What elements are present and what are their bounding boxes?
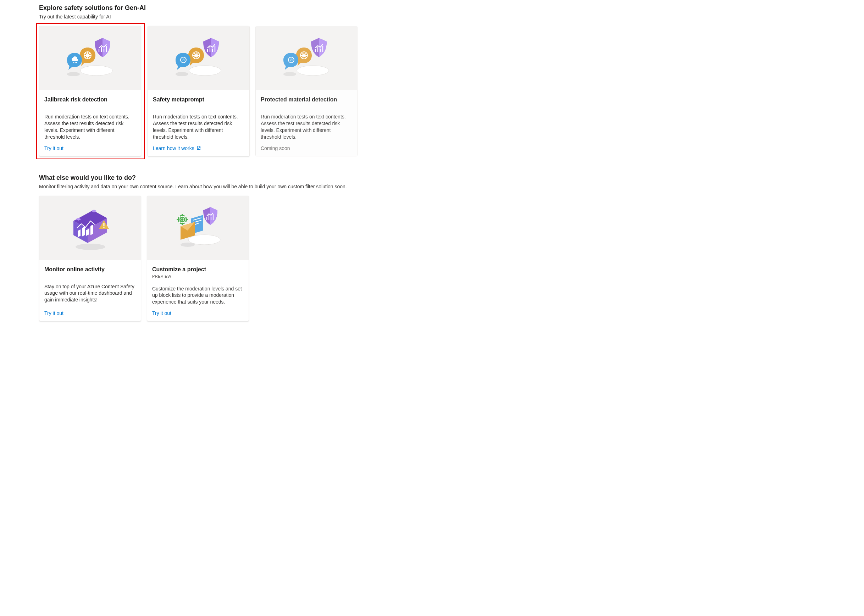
svg-point-4 xyxy=(74,62,75,63)
svg-rect-28 xyxy=(186,219,188,220)
svg-text:©: © xyxy=(289,58,292,62)
card-hero-protected: © xyxy=(256,26,357,90)
card-monitor-desc: Stay on top of your Azure Content Safety… xyxy=(44,283,136,303)
card-customize-desc: Customize the moderation levels and set … xyxy=(152,286,243,306)
section-explore-subtitle: Try out the latest capability for AI xyxy=(39,14,825,19)
card-protected-status: Coming soon xyxy=(261,145,352,151)
highlight-jailbreak: Jailbreak risk detection Run moderation … xyxy=(36,23,145,159)
svg-point-13 xyxy=(297,66,329,75)
card-jailbreak-cta[interactable]: Try it out xyxy=(44,145,136,151)
card-customize-badge: PREVIEW xyxy=(152,274,243,278)
card-metaprompt-cta-label: Learn how it works xyxy=(153,145,194,151)
card-customize-title: Customize a project xyxy=(152,266,243,273)
svg-point-5 xyxy=(76,62,77,63)
card-monitor-cta[interactable]: Try it out xyxy=(44,310,136,316)
section-explore-title: Explore safety solutions for Gen-AI xyxy=(39,4,825,12)
svg-point-22 xyxy=(189,235,220,245)
card-hero-monitor xyxy=(39,196,141,260)
svg-point-34 xyxy=(181,218,183,221)
svg-point-18 xyxy=(283,72,296,76)
card-metaprompt-title: Safety metaprompt xyxy=(153,96,244,103)
svg-rect-26 xyxy=(182,223,183,225)
svg-point-6 xyxy=(67,72,80,76)
card-metaprompt-desc: Run moderation tests on text contents. A… xyxy=(153,113,244,140)
card-metaprompt[interactable]: © Safety metaprompt Run moderation tests… xyxy=(148,26,250,156)
safety-bubbles-icon: © xyxy=(171,35,226,81)
card-protected-desc: Run moderation tests on text contents. A… xyxy=(261,113,352,140)
svg-point-0 xyxy=(80,66,112,75)
section-more-subtitle: Monitor filtering activity and data on y… xyxy=(39,184,825,189)
svg-rect-20 xyxy=(103,226,104,228)
card-protected-title: Protected material detection xyxy=(261,96,352,103)
svg-point-7 xyxy=(189,66,221,75)
svg-point-35 xyxy=(181,243,195,247)
svg-point-3 xyxy=(73,62,74,63)
card-monitor-title: Monitor online activity xyxy=(44,266,136,273)
explore-card-row: Jailbreak risk detection Run moderation … xyxy=(39,26,825,156)
svg-rect-25 xyxy=(182,214,183,216)
svg-point-21 xyxy=(75,244,105,250)
section-more-title: What else would you like to do? xyxy=(39,174,825,182)
dashboard-alert-icon xyxy=(63,205,118,251)
card-protected-material: © Protected material detection Run moder… xyxy=(255,26,358,156)
card-hero-metaprompt: © xyxy=(148,26,249,90)
card-jailbreak-title: Jailbreak risk detection xyxy=(44,96,136,103)
svg-rect-19 xyxy=(103,223,104,226)
card-hero-jailbreak xyxy=(39,26,141,90)
external-link-icon xyxy=(196,146,201,150)
card-monitor[interactable]: Monitor online activity Stay on top of y… xyxy=(39,196,141,322)
card-metaprompt-cta[interactable]: Learn how it works xyxy=(153,145,244,151)
svg-text:©: © xyxy=(182,58,184,62)
card-hero-customize xyxy=(147,196,249,260)
svg-point-12 xyxy=(176,72,189,76)
card-jailbreak-desc: Run moderation tests on text contents. A… xyxy=(44,113,136,140)
svg-rect-27 xyxy=(177,219,179,220)
customize-shield-icon xyxy=(171,205,226,251)
card-customize-cta[interactable]: Try it out xyxy=(152,310,243,316)
more-card-row: Monitor online activity Stay on top of y… xyxy=(39,196,825,322)
safety-bubbles-icon xyxy=(63,35,118,81)
safety-bubbles-icon: © xyxy=(279,35,334,81)
card-jailbreak[interactable]: Jailbreak risk detection Run moderation … xyxy=(39,26,141,156)
card-customize[interactable]: Customize a project PREVIEW Customize th… xyxy=(147,196,249,322)
